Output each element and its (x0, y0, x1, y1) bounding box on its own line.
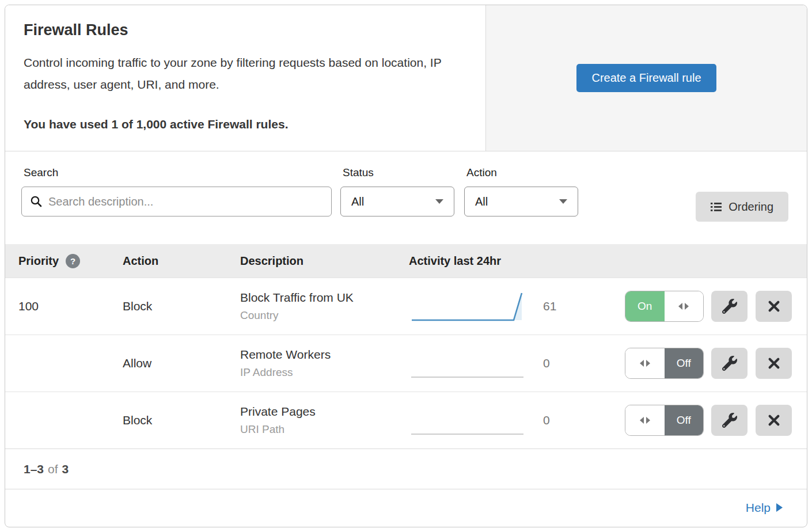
triangle-left-icon (678, 303, 682, 310)
delete-rule-button[interactable] (756, 348, 792, 379)
column-description: Description (240, 254, 409, 268)
status-label: Status (340, 166, 454, 179)
rule-description: Private Pages (240, 405, 409, 419)
page-description: Control incoming traffic to your zone by… (24, 52, 467, 96)
search-input[interactable] (48, 195, 323, 208)
search-label: Search (21, 166, 332, 179)
action-dropdown[interactable]: All (464, 187, 578, 216)
activity-count: 0 (543, 413, 550, 427)
close-icon (768, 414, 780, 427)
usage-note: You have used 1 of 1,000 active Firewall… (24, 117, 467, 131)
help-link-label: Help (746, 501, 771, 515)
create-rule-panel: Create a Firewall rule (485, 5, 807, 151)
status-dropdown[interactable]: All (340, 187, 454, 216)
triangle-right-icon (646, 360, 650, 367)
column-activity: Activity last 24hr (409, 254, 625, 268)
toggle-state-label: Off (665, 348, 704, 378)
arrow-right-icon (776, 503, 783, 512)
pagination-of: of (48, 462, 58, 476)
wrench-icon (722, 356, 737, 371)
triangle-right-icon (646, 417, 650, 424)
page-title: Firewall Rules (24, 21, 467, 39)
activity-sparkline (409, 347, 527, 380)
filter-bar: Search Status All Action All (5, 151, 807, 244)
rule-enable-toggle[interactable]: Off (625, 405, 704, 436)
wrench-icon (722, 299, 737, 314)
activity-sparkline (409, 290, 527, 323)
close-icon (768, 357, 780, 370)
search-box[interactable] (21, 187, 332, 216)
chevron-down-icon (559, 199, 567, 204)
rule-type: IP Address (240, 366, 409, 379)
delete-rule-button[interactable] (756, 405, 792, 436)
edit-rule-button[interactable] (711, 291, 748, 322)
table-row: Block Private Pages URI Path 0 Off (5, 392, 807, 449)
help-question-icon[interactable]: ? (66, 254, 80, 268)
chevron-down-icon (435, 199, 443, 204)
activity-sparkline (409, 404, 527, 437)
rule-type: URI Path (240, 423, 409, 436)
action-value: Allow (123, 356, 240, 370)
toggle-drag-handle[interactable] (625, 405, 665, 435)
priority-value: 100 (5, 299, 123, 313)
action-label: Action (464, 166, 578, 179)
toggle-state-label: Off (665, 405, 704, 435)
table-header: Priority ? Action Description Activity l… (5, 244, 807, 278)
footer-bar: Help (5, 489, 807, 526)
rule-enable-toggle[interactable]: Off (625, 348, 704, 379)
column-priority: Priority (18, 254, 59, 268)
edit-rule-button[interactable] (711, 348, 748, 379)
search-icon (30, 195, 43, 208)
header-section: Firewall Rules Control incoming traffic … (5, 5, 807, 151)
action-value: Block (123, 299, 240, 313)
toggle-state-label: On (625, 291, 665, 321)
triangle-left-icon (640, 360, 644, 367)
rule-description: Block Traffic from UK (240, 291, 409, 305)
triangle-right-icon (685, 303, 689, 310)
activity-count: 61 (543, 299, 556, 313)
action-selected-value: All (475, 195, 488, 208)
edit-rule-button[interactable] (711, 405, 748, 436)
header-text-block: Firewall Rules Control incoming traffic … (5, 5, 485, 151)
ordered-list-icon (711, 202, 722, 212)
table-row: Allow Remote Workers IP Address 0 Off (5, 335, 807, 392)
toggle-drag-handle[interactable] (665, 291, 704, 321)
activity-count: 0 (543, 356, 550, 370)
status-selected-value: All (351, 195, 364, 208)
column-action: Action (123, 254, 240, 268)
ordering-button-label: Ordering (728, 200, 773, 214)
toggle-drag-handle[interactable] (625, 348, 665, 378)
rule-enable-toggle[interactable]: On (625, 291, 704, 322)
wrench-icon (722, 413, 737, 428)
pagination-bar: 1–3 of 3 (5, 449, 807, 489)
pagination-range: 1–3 (24, 462, 44, 476)
create-firewall-rule-button[interactable]: Create a Firewall rule (576, 64, 716, 92)
pagination-total: 3 (62, 462, 69, 476)
firewall-rules-panel: Firewall Rules Control incoming traffic … (5, 5, 807, 527)
action-value: Block (123, 413, 240, 427)
ordering-button[interactable]: Ordering (696, 192, 788, 222)
help-link[interactable]: Help (746, 501, 783, 515)
close-icon (768, 300, 780, 313)
delete-rule-button[interactable] (756, 291, 792, 322)
triangle-left-icon (640, 417, 644, 424)
table-row: 100 Block Block Traffic from UK Country … (5, 278, 807, 335)
rule-type: Country (240, 309, 409, 322)
rule-description: Remote Workers (240, 348, 409, 362)
